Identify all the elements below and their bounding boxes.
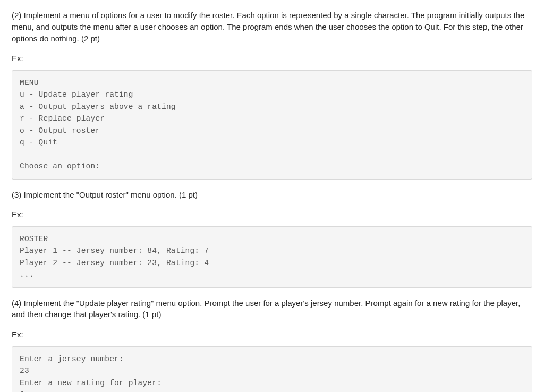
step2-description: (2) Implement a menu of options for a us…	[12, 10, 532, 44]
step4-description: (4) Implement the "Update player rating"…	[12, 297, 532, 321]
step3-example-label: Ex:	[12, 209, 532, 221]
step4-example-label: Ex:	[12, 329, 532, 341]
step3-code-block: ROSTER Player 1 -- Jersey number: 84, Ra…	[12, 226, 532, 288]
step2-code-block: MENU u - Update player rating a - Output…	[12, 70, 532, 180]
step2-example-label: Ex:	[12, 53, 532, 65]
step3-description: (3) Implement the "Output roster" menu o…	[12, 189, 532, 201]
step4-code-block: Enter a jersey number: 23 Enter a new ra…	[12, 346, 532, 392]
